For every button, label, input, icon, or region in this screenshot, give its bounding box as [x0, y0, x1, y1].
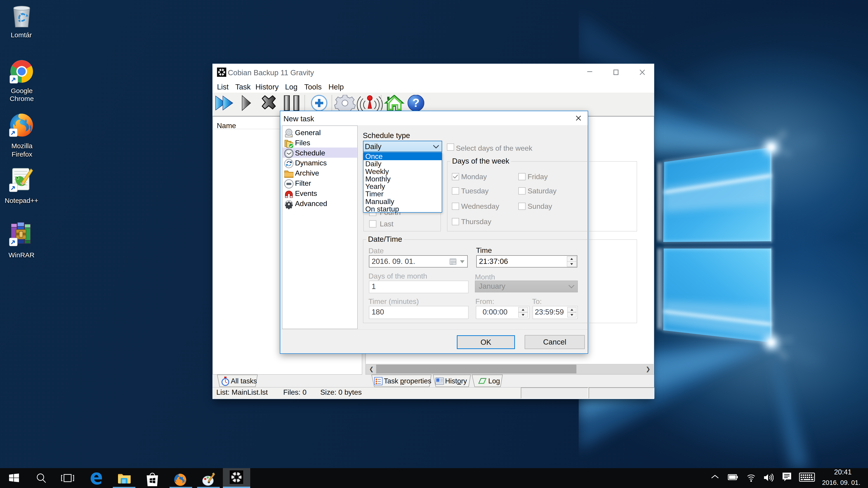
svg-text:?: ?: [412, 96, 420, 109]
